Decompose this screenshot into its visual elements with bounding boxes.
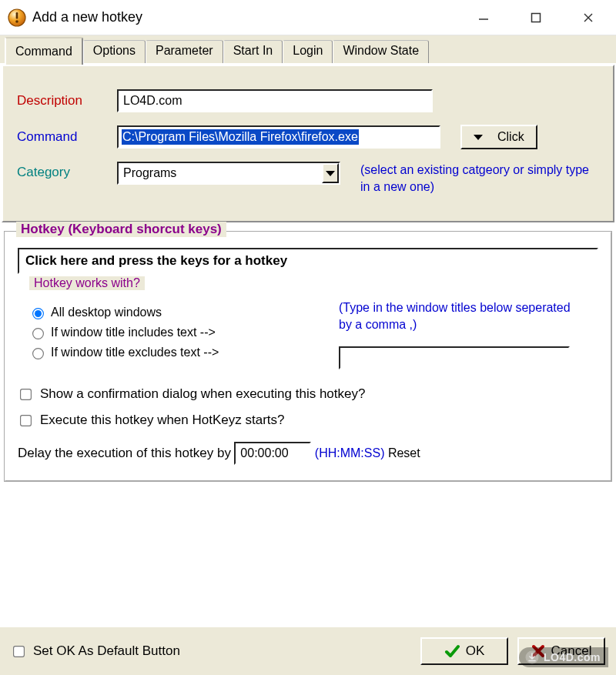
category-hint: (select an existing catgeory or simply t… bbox=[360, 162, 591, 195]
delay-reset[interactable]: Reset bbox=[388, 446, 420, 459]
hotkey-input[interactable] bbox=[18, 248, 598, 274]
category-combobox[interactable] bbox=[117, 162, 340, 185]
svg-rect-4 bbox=[532, 13, 541, 22]
click-dropdown-button[interactable]: Click bbox=[460, 125, 537, 149]
click-button-label: Click bbox=[497, 130, 524, 144]
check-execute-on-start[interactable]: Execute this hotkey when HotKeyz starts? bbox=[18, 413, 598, 428]
tab-window-state[interactable]: Window State bbox=[333, 40, 429, 63]
radio-all-desktop-windows[interactable]: All desktop windows bbox=[29, 306, 322, 319]
tab-login[interactable]: Login bbox=[283, 40, 333, 63]
window-controls bbox=[457, 4, 614, 32]
radio-title-excludes[interactable]: If window title excludes text --> bbox=[29, 346, 322, 359]
command-input[interactable]: C:\Program Files\Mozilla Firefox\firefox… bbox=[117, 125, 440, 149]
tab-command[interactable]: Command bbox=[5, 37, 83, 65]
ok-button[interactable]: OK bbox=[420, 637, 508, 665]
label-category: Category bbox=[17, 165, 117, 180]
maximize-button[interactable] bbox=[510, 4, 562, 32]
hotkey-legend: Hotkey (Keyboard shorcut keys) bbox=[16, 222, 226, 237]
tab-start-in[interactable]: Start In bbox=[223, 40, 283, 63]
tab-options[interactable]: Options bbox=[83, 40, 146, 63]
check-show-confirmation[interactable]: Show a confirmation dialog when executin… bbox=[18, 386, 598, 402]
label-description: Description bbox=[17, 93, 117, 109]
description-input[interactable] bbox=[117, 89, 433, 112]
command-panel: Description Command C:\Program Files\Moz… bbox=[2, 65, 614, 222]
window-titles-hint: (Type in the window titles below seperat… bbox=[339, 299, 585, 332]
radio-title-includes[interactable]: If window title includes text --> bbox=[29, 326, 322, 339]
check-icon bbox=[444, 643, 460, 659]
watermark-text: LO4D.com bbox=[544, 651, 601, 663]
app-icon bbox=[6, 8, 28, 28]
svg-rect-1 bbox=[16, 12, 18, 19]
download-icon bbox=[525, 650, 539, 664]
titlebar: Add a new hotkey bbox=[0, 0, 616, 35]
chevron-down-icon bbox=[326, 171, 335, 176]
works-with-legend: Hotkey works with? bbox=[29, 276, 145, 290]
category-dropdown-arrow[interactable] bbox=[322, 163, 339, 183]
chevron-down-icon bbox=[474, 135, 483, 140]
hotkey-group: Hotkey (Keyboard shorcut keys) Hotkey wo… bbox=[5, 232, 611, 481]
minimize-button[interactable] bbox=[457, 4, 510, 32]
command-input-text: C:\Program Files\Mozilla Firefox\firefox… bbox=[122, 129, 359, 145]
watermark: LO4D.com bbox=[519, 647, 608, 667]
delay-input[interactable] bbox=[234, 442, 311, 465]
delay-format: (HH:MM:SS) bbox=[315, 446, 385, 459]
tabbar: Command Options Parameter Start In Login… bbox=[0, 35, 616, 65]
tab-parameter[interactable]: Parameter bbox=[146, 40, 223, 63]
category-input[interactable] bbox=[117, 162, 340, 185]
svg-line-5 bbox=[584, 14, 592, 22]
close-button[interactable] bbox=[562, 4, 614, 32]
delay-label: Delay the execution of this hotkey by bbox=[18, 446, 231, 460]
svg-point-2 bbox=[15, 20, 18, 23]
label-command: Command bbox=[17, 129, 117, 145]
svg-line-6 bbox=[584, 14, 592, 22]
window-title: Add a new hotkey bbox=[32, 9, 142, 25]
window-titles-input[interactable] bbox=[339, 346, 570, 369]
check-set-ok-default[interactable]: Set OK As Default Button bbox=[11, 643, 180, 659]
works-with-group: Hotkey works with? All desktop windows I… bbox=[18, 285, 598, 376]
